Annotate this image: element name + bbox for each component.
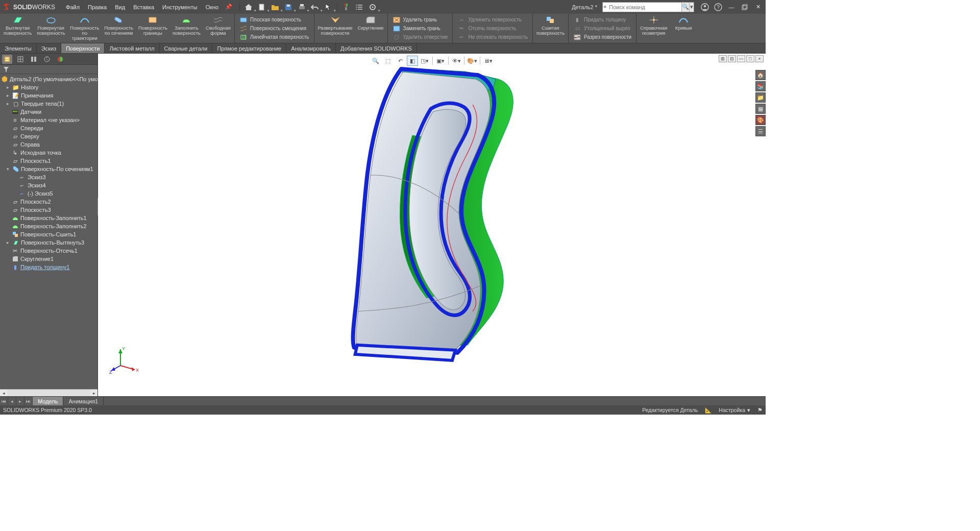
- ruled-surface-button[interactable]: Линейчатая поверхность: [238, 33, 311, 41]
- settings-button[interactable]: ▾: [367, 2, 378, 12]
- tab-surfaces[interactable]: Поверхности: [61, 43, 105, 53]
- rebuild-button[interactable]: [340, 2, 352, 12]
- tree-sketch4[interactable]: ⌐Эскиз4: [0, 181, 97, 189]
- help-icon[interactable]: ?: [713, 2, 724, 12]
- fill-surface-button[interactable]: Заполнить поверхность: [170, 14, 203, 43]
- graphics-viewport[interactable]: 🔍 ⬚ ↶ ◧ ◳▾ ▣▾ 👁▾ 🎨▾ 🖥▾ ⊞ ⊟ — □ ×: [98, 54, 766, 396]
- nav-first-icon[interactable]: ⏮: [0, 397, 8, 405]
- taskpane-property-icon[interactable]: ☰: [755, 126, 766, 136]
- options-list-button[interactable]: [354, 2, 365, 12]
- tree-history[interactable]: ▸📁History: [0, 83, 97, 91]
- viewport-close-icon[interactable]: ×: [755, 55, 764, 62]
- tab-animation[interactable]: Анимация1: [63, 397, 104, 405]
- nav-last-icon[interactable]: ⏭: [24, 397, 33, 405]
- menu-insert[interactable]: Вставка: [130, 3, 158, 12]
- hide-show-icon[interactable]: 👁▾: [451, 56, 462, 66]
- menu-view[interactable]: Вид: [111, 3, 129, 12]
- tab-features[interactable]: Элементы: [0, 43, 37, 53]
- tree-fillet1[interactable]: Скругление1: [0, 255, 97, 263]
- flatten-surface-button[interactable]: Развертывание поверхности: [315, 14, 355, 43]
- viewport-maximize-icon[interactable]: □: [746, 55, 754, 62]
- fm-tab-config-icon[interactable]: [29, 55, 39, 64]
- fm-horizontal-scrollbar[interactable]: ◂▸: [0, 389, 97, 396]
- taskpane-library-icon[interactable]: 📚: [755, 81, 766, 91]
- viewport-split-icon[interactable]: ⊞: [719, 55, 727, 62]
- thicken-button[interactable]: ▮Придать толщину: [572, 16, 633, 24]
- command-search[interactable]: ⌖ 🔍 ▾: [602, 2, 694, 12]
- tab-model[interactable]: Модель: [33, 397, 63, 405]
- fillet-button[interactable]: Скругление: [355, 14, 386, 43]
- new-button[interactable]: ▾: [256, 2, 267, 12]
- view-triad[interactable]: X Y Z: [109, 345, 140, 376]
- tree-origin[interactable]: ↳Исходная точка: [0, 149, 97, 157]
- menu-file[interactable]: Файл: [62, 3, 83, 12]
- boundary-surface-button[interactable]: Поверхность границы: [136, 14, 170, 43]
- delete-hole-button[interactable]: Удалить отверстие: [391, 33, 450, 41]
- search-icon[interactable]: 🔍: [681, 3, 689, 12]
- tree-right-plane[interactable]: ▱Справа: [0, 140, 97, 149]
- fm-tab-dim-icon[interactable]: [42, 55, 52, 64]
- thickened-cut-button[interactable]: ▭Утолщенный вырез: [572, 25, 633, 33]
- freeform-button[interactable]: Свободная форма: [203, 14, 233, 43]
- display-style-icon[interactable]: ▣▾: [435, 56, 446, 66]
- tree-knit1[interactable]: Поверхность-Сшить1: [0, 230, 97, 238]
- delete-face-button[interactable]: Удалить грань: [391, 16, 450, 24]
- tree-plane2[interactable]: ▱Плоскость2: [0, 198, 97, 206]
- status-unit-icon[interactable]: 📐: [705, 407, 712, 414]
- viewport-minimize-icon[interactable]: —: [737, 55, 745, 62]
- status-flag-icon[interactable]: ⚑: [757, 407, 763, 413]
- search-input[interactable]: [607, 4, 681, 10]
- tree-sketch5[interactable]: ⌐(-) Эскиз5: [0, 189, 97, 198]
- zoom-fit-icon[interactable]: 🔍: [370, 56, 381, 66]
- tree-root[interactable]: Деталь2 (По умолчанию<<По умолч: [0, 75, 97, 83]
- taskpane-home-icon[interactable]: 🏠: [755, 70, 766, 80]
- tree-trim1[interactable]: ✂Поверхность-Отсечь1: [0, 247, 97, 255]
- cut-with-surface-button[interactable]: Разрез поверхности: [572, 33, 633, 41]
- tree-fill1[interactable]: Поверхность-Заполнить1: [0, 214, 97, 222]
- viewport-link-icon[interactable]: ⊟: [728, 55, 736, 62]
- fm-tab-display-icon[interactable]: [55, 55, 65, 64]
- extruded-surface-button[interactable]: Вытянутая поверхность: [1, 14, 34, 43]
- knit-surface-button[interactable]: Сшитая поверхность: [534, 14, 567, 43]
- taskpane-view-icon[interactable]: ▦: [755, 104, 766, 114]
- tab-addins[interactable]: Добавления SOLIDWORKS: [336, 43, 417, 53]
- planar-surface-button[interactable]: Плоская поверхность: [238, 16, 311, 24]
- curves-button[interactable]: Кривые: [670, 14, 697, 43]
- tree-loft-surface[interactable]: ▾Поверхность-По сечениям1: [0, 165, 97, 173]
- untrim-surface-button[interactable]: ⤺Не отсекать поверхность: [456, 33, 529, 41]
- tree-solid-bodies[interactable]: ▸▢Твердые тела(1): [0, 100, 97, 108]
- replace-face-button[interactable]: Заменить грань: [391, 25, 450, 33]
- zoom-area-icon[interactable]: ⬚: [382, 56, 394, 66]
- offset-surface-button[interactable]: Поверхность смещения: [238, 25, 311, 33]
- tab-sketch[interactable]: Эскиз: [37, 43, 61, 53]
- view-orientation-icon[interactable]: ◳▾: [419, 56, 430, 66]
- menu-edit[interactable]: Правка: [84, 3, 110, 12]
- previous-view-icon[interactable]: ↶: [395, 56, 406, 66]
- search-dropdown-icon[interactable]: ▾: [689, 3, 694, 12]
- tree-front-plane[interactable]: ▱Спереди: [0, 124, 97, 132]
- section-view-icon[interactable]: ◧: [407, 56, 418, 66]
- user-icon[interactable]: [699, 2, 710, 12]
- appearance-icon[interactable]: 🎨▾: [467, 56, 478, 66]
- scene-icon[interactable]: 🖥▾: [482, 56, 494, 66]
- open-button[interactable]: ▾: [270, 2, 281, 12]
- tree-sensors[interactable]: 📟Датчики: [0, 108, 97, 116]
- taskpane-appearance-icon[interactable]: 🎨: [755, 115, 766, 125]
- extend-surface-button[interactable]: ↔Удлинить поверхность: [456, 16, 529, 24]
- menu-tools[interactable]: Инструменты: [159, 3, 201, 12]
- save-button[interactable]: ▾: [283, 2, 294, 12]
- pin-icon[interactable]: 📌: [225, 4, 232, 10]
- reference-geometry-button[interactable]: Справочная геометрия: [638, 14, 670, 43]
- tree-sketch3[interactable]: ⌐Эскиз3: [0, 173, 97, 181]
- home-button[interactable]: ▾: [243, 2, 254, 12]
- status-custom[interactable]: Настройка ▾: [719, 407, 750, 413]
- nav-prev-icon[interactable]: ◂: [8, 397, 16, 405]
- tree-material[interactable]: ≡Материал <не указан>: [0, 116, 97, 124]
- tab-sheet-metal[interactable]: Листовой металл: [105, 43, 159, 53]
- tab-weldments[interactable]: Сварные детали: [160, 43, 213, 53]
- swept-surface-button[interactable]: Поверхность по траектории: [67, 14, 102, 43]
- menu-window[interactable]: Окно: [202, 3, 223, 12]
- tree-top-plane[interactable]: ▱Сверху: [0, 132, 97, 140]
- fm-tab-tree-icon[interactable]: [2, 55, 12, 64]
- tree-plane1[interactable]: ▱Плоскость1: [0, 157, 97, 165]
